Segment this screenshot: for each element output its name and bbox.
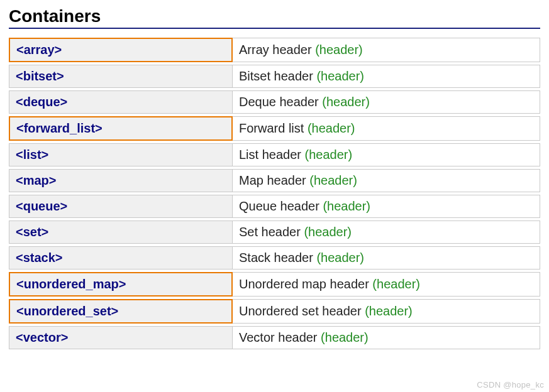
header-desc-cell: Unordered map header (header) xyxy=(233,272,540,297)
header-link[interactable]: <deque> xyxy=(16,95,67,109)
header-name-cell: <deque> xyxy=(9,90,233,114)
table-row: <bitset>Bitset header (header) xyxy=(9,65,540,88)
desc-text: Bitset header xyxy=(239,69,316,83)
header-name-cell: <forward_list> xyxy=(9,116,233,141)
type-label: (header) xyxy=(372,277,420,291)
type-label: (header) xyxy=(315,43,363,57)
desc-text: Vector header xyxy=(239,330,321,344)
header-name-cell: <unordered_map> xyxy=(9,272,233,297)
desc-text: Array header xyxy=(239,43,315,57)
header-link[interactable]: <list> xyxy=(16,148,48,161)
header-link[interactable]: <vector> xyxy=(16,330,68,344)
type-label: (header) xyxy=(308,121,355,135)
header-desc-cell: Stack header (header) xyxy=(233,246,540,270)
header-desc-cell: Forward list (header) xyxy=(233,116,540,141)
desc-text: Forward list xyxy=(239,121,308,135)
header-desc-cell: Vector header (header) xyxy=(233,326,540,349)
header-desc-cell: Array header (header) xyxy=(233,38,540,62)
table-row: <map>Map header (header) xyxy=(9,169,540,192)
header-link[interactable]: <stack> xyxy=(16,251,63,264)
header-link[interactable]: <map> xyxy=(16,173,56,187)
header-name-cell: <vector> xyxy=(9,326,233,349)
table-row: <vector>Vector header (header) xyxy=(9,326,540,349)
desc-text: Stack header xyxy=(239,251,316,264)
page-title: Containers xyxy=(9,6,540,29)
type-label: (header) xyxy=(322,95,370,109)
table-row: <unordered_map>Unordered map header (hea… xyxy=(9,272,540,297)
header-name-cell: <queue> xyxy=(9,195,233,218)
header-link[interactable]: <unordered_set> xyxy=(16,304,118,318)
table-row: <array>Array header (header) xyxy=(9,38,540,62)
header-desc-cell: Set header (header) xyxy=(233,220,540,244)
type-label: (header) xyxy=(309,173,357,187)
desc-text: Set header xyxy=(239,225,304,239)
header-link[interactable]: <forward_list> xyxy=(16,121,103,135)
type-label: (header) xyxy=(316,69,364,83)
header-name-cell: <array> xyxy=(9,38,233,62)
table-row: <list>List header (header) xyxy=(9,143,540,166)
header-desc-cell: Unordered set header (header) xyxy=(233,299,540,324)
type-label: (header) xyxy=(365,304,413,318)
header-desc-cell: Deque header (header) xyxy=(233,90,540,114)
type-label: (header) xyxy=(323,199,370,213)
type-label: (header) xyxy=(305,148,353,161)
type-label: (header) xyxy=(316,251,364,264)
desc-text: List header xyxy=(239,148,305,161)
desc-text: Deque header xyxy=(239,95,322,109)
table-row: <deque>Deque header (header) xyxy=(9,90,540,114)
containers-table: <array>Array header (header)<bitset>Bits… xyxy=(9,35,540,352)
header-link[interactable]: <set> xyxy=(16,225,48,239)
header-name-cell: <stack> xyxy=(9,246,233,270)
desc-text: Queue header xyxy=(239,199,323,213)
table-row: <set>Set header (header) xyxy=(9,220,540,244)
table-row: <unordered_set>Unordered set header (hea… xyxy=(9,299,540,324)
header-link[interactable]: <array> xyxy=(16,43,62,57)
table-row: <stack>Stack header (header) xyxy=(9,246,540,270)
header-name-cell: <map> xyxy=(9,169,233,192)
header-name-cell: <list> xyxy=(9,143,233,166)
desc-text: Map header xyxy=(239,173,309,187)
header-name-cell: <unordered_set> xyxy=(9,299,233,324)
header-desc-cell: Queue header (header) xyxy=(233,195,540,218)
header-link[interactable]: <bitset> xyxy=(16,69,64,83)
header-name-cell: <set> xyxy=(9,220,233,244)
header-name-cell: <bitset> xyxy=(9,65,233,88)
desc-text: Unordered map header xyxy=(239,277,372,291)
header-link[interactable]: <queue> xyxy=(16,199,67,213)
table-row: <forward_list>Forward list (header) xyxy=(9,116,540,141)
header-link[interactable]: <unordered_map> xyxy=(16,277,126,291)
table-row: <queue>Queue header (header) xyxy=(9,195,540,218)
type-label: (header) xyxy=(304,225,352,239)
type-label: (header) xyxy=(321,330,369,344)
header-desc-cell: Map header (header) xyxy=(233,169,540,192)
desc-text: Unordered set header xyxy=(239,304,365,318)
header-desc-cell: Bitset header (header) xyxy=(233,65,540,88)
header-desc-cell: List header (header) xyxy=(233,143,540,166)
